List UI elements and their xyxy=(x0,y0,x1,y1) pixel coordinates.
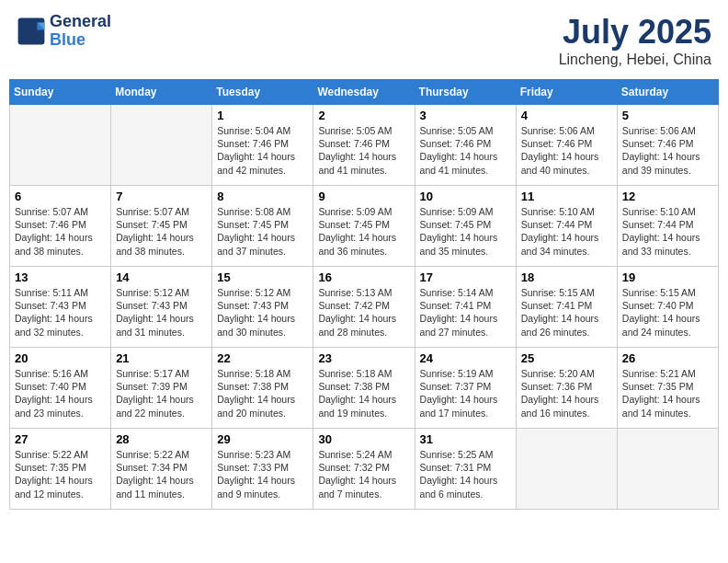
day-number: 6 xyxy=(15,190,106,203)
weekday-header: Tuesday xyxy=(212,80,313,105)
week-row: 1Sunrise: 5:04 AMSunset: 7:46 PMDaylight… xyxy=(10,105,719,186)
location-title: Lincheng, Hebei, China xyxy=(559,52,711,68)
weekday-header: Sunday xyxy=(10,80,111,105)
cell-details: Sunrise: 5:23 AMSunset: 7:33 PMDaylight:… xyxy=(217,448,308,500)
calendar-cell: 4Sunrise: 5:06 AMSunset: 7:46 PMDaylight… xyxy=(516,105,617,186)
cell-details: Sunrise: 5:22 AMSunset: 7:34 PMDaylight:… xyxy=(116,448,207,500)
week-row: 6Sunrise: 5:07 AMSunset: 7:46 PMDaylight… xyxy=(10,186,719,267)
cell-details: Sunrise: 5:15 AMSunset: 7:40 PMDaylight:… xyxy=(622,286,713,339)
cell-details: Sunrise: 5:15 AMSunset: 7:41 PMDaylight:… xyxy=(521,286,612,339)
calendar-cell: 15Sunrise: 5:12 AMSunset: 7:43 PMDayligh… xyxy=(212,267,313,348)
day-number: 1 xyxy=(217,109,308,122)
day-number: 5 xyxy=(622,109,713,122)
calendar-cell: 24Sunrise: 5:19 AMSunset: 7:37 PMDayligh… xyxy=(415,348,516,429)
week-row: 13Sunrise: 5:11 AMSunset: 7:43 PMDayligh… xyxy=(10,267,719,348)
cell-details: Sunrise: 5:05 AMSunset: 7:46 PMDaylight:… xyxy=(318,124,409,177)
day-number: 21 xyxy=(116,351,207,365)
day-number: 9 xyxy=(318,190,409,203)
day-number: 31 xyxy=(420,432,511,446)
day-number: 28 xyxy=(116,432,207,446)
cell-details: Sunrise: 5:08 AMSunset: 7:45 PMDaylight:… xyxy=(217,205,308,258)
week-row: 27Sunrise: 5:22 AMSunset: 7:35 PMDayligh… xyxy=(10,429,719,510)
day-number: 16 xyxy=(318,270,409,284)
weekday-header: Thursday xyxy=(415,80,516,105)
cell-details: Sunrise: 5:07 AMSunset: 7:46 PMDaylight:… xyxy=(15,205,106,258)
cell-details: Sunrise: 5:05 AMSunset: 7:46 PMDaylight:… xyxy=(420,124,511,177)
cell-details: Sunrise: 5:14 AMSunset: 7:41 PMDaylight:… xyxy=(420,286,511,339)
cell-details: Sunrise: 5:16 AMSunset: 7:40 PMDaylight:… xyxy=(15,367,106,419)
cell-details: Sunrise: 5:21 AMSunset: 7:35 PMDaylight:… xyxy=(622,367,713,419)
cell-details: Sunrise: 5:10 AMSunset: 7:44 PMDaylight:… xyxy=(521,205,612,258)
page-header: General Blue July 2025 Lincheng, Hebei, … xyxy=(9,9,719,72)
day-number: 30 xyxy=(318,432,409,446)
day-number: 4 xyxy=(521,109,612,122)
calendar-cell: 27Sunrise: 5:22 AMSunset: 7:35 PMDayligh… xyxy=(10,429,111,510)
cell-details: Sunrise: 5:24 AMSunset: 7:32 PMDaylight:… xyxy=(318,448,409,500)
day-number: 3 xyxy=(420,109,511,122)
svg-rect-0 xyxy=(18,17,45,44)
day-number: 27 xyxy=(15,432,106,446)
calendar-cell xyxy=(111,105,212,186)
week-row: 20Sunrise: 5:16 AMSunset: 7:40 PMDayligh… xyxy=(10,348,719,429)
logo-icon xyxy=(17,17,46,46)
calendar-cell: 22Sunrise: 5:18 AMSunset: 7:38 PMDayligh… xyxy=(212,348,313,429)
calendar-cell xyxy=(617,429,718,510)
day-number: 15 xyxy=(217,270,308,284)
logo: General Blue xyxy=(17,13,111,50)
weekday-header-row: SundayMondayTuesdayWednesdayThursdayFrid… xyxy=(10,80,719,105)
cell-details: Sunrise: 5:09 AMSunset: 7:45 PMDaylight:… xyxy=(318,205,409,258)
cell-details: Sunrise: 5:12 AMSunset: 7:43 PMDaylight:… xyxy=(217,286,308,339)
day-number: 12 xyxy=(622,190,713,203)
calendar-cell: 3Sunrise: 5:05 AMSunset: 7:46 PMDaylight… xyxy=(415,105,516,186)
day-number: 13 xyxy=(15,270,106,284)
day-number: 26 xyxy=(622,351,713,365)
calendar-cell: 7Sunrise: 5:07 AMSunset: 7:45 PMDaylight… xyxy=(111,186,212,267)
calendar-cell: 17Sunrise: 5:14 AMSunset: 7:41 PMDayligh… xyxy=(415,267,516,348)
calendar-cell: 23Sunrise: 5:18 AMSunset: 7:38 PMDayligh… xyxy=(313,348,415,429)
cell-details: Sunrise: 5:09 AMSunset: 7:45 PMDaylight:… xyxy=(420,205,511,258)
cell-details: Sunrise: 5:12 AMSunset: 7:43 PMDaylight:… xyxy=(116,286,207,339)
cell-details: Sunrise: 5:25 AMSunset: 7:31 PMDaylight:… xyxy=(420,448,511,500)
calendar-cell xyxy=(516,429,617,510)
cell-details: Sunrise: 5:19 AMSunset: 7:37 PMDaylight:… xyxy=(420,367,511,419)
calendar-cell: 20Sunrise: 5:16 AMSunset: 7:40 PMDayligh… xyxy=(10,348,111,429)
day-number: 11 xyxy=(521,190,612,203)
calendar-cell: 31Sunrise: 5:25 AMSunset: 7:31 PMDayligh… xyxy=(415,429,516,510)
cell-details: Sunrise: 5:22 AMSunset: 7:35 PMDaylight:… xyxy=(15,448,106,500)
day-number: 24 xyxy=(420,351,511,365)
day-number: 19 xyxy=(622,270,713,284)
cell-details: Sunrise: 5:04 AMSunset: 7:46 PMDaylight:… xyxy=(217,124,308,177)
day-number: 25 xyxy=(521,351,612,365)
day-number: 23 xyxy=(318,351,409,365)
cell-details: Sunrise: 5:18 AMSunset: 7:38 PMDaylight:… xyxy=(318,367,409,419)
calendar-cell: 28Sunrise: 5:22 AMSunset: 7:34 PMDayligh… xyxy=(111,429,212,510)
month-title: July 2025 xyxy=(559,13,711,52)
cell-details: Sunrise: 5:06 AMSunset: 7:46 PMDaylight:… xyxy=(521,124,612,177)
calendar-cell: 11Sunrise: 5:10 AMSunset: 7:44 PMDayligh… xyxy=(516,186,617,267)
calendar-cell xyxy=(10,105,111,186)
calendar-cell: 16Sunrise: 5:13 AMSunset: 7:42 PMDayligh… xyxy=(313,267,415,348)
calendar-cell: 5Sunrise: 5:06 AMSunset: 7:46 PMDaylight… xyxy=(617,105,718,186)
day-number: 10 xyxy=(420,190,511,203)
day-number: 8 xyxy=(217,190,308,203)
cell-details: Sunrise: 5:06 AMSunset: 7:46 PMDaylight:… xyxy=(622,124,713,177)
logo-text: General Blue xyxy=(50,13,111,50)
cell-details: Sunrise: 5:17 AMSunset: 7:39 PMDaylight:… xyxy=(116,367,207,419)
calendar-cell: 13Sunrise: 5:11 AMSunset: 7:43 PMDayligh… xyxy=(10,267,111,348)
day-number: 20 xyxy=(15,351,106,365)
calendar-cell: 14Sunrise: 5:12 AMSunset: 7:43 PMDayligh… xyxy=(111,267,212,348)
weekday-header: Saturday xyxy=(617,80,718,105)
day-number: 14 xyxy=(116,270,207,284)
calendar-cell: 21Sunrise: 5:17 AMSunset: 7:39 PMDayligh… xyxy=(111,348,212,429)
logo-line2: Blue xyxy=(50,31,111,50)
logo-line1: General xyxy=(50,13,111,31)
day-number: 7 xyxy=(116,190,207,203)
calendar-cell: 29Sunrise: 5:23 AMSunset: 7:33 PMDayligh… xyxy=(212,429,313,510)
calendar-cell: 30Sunrise: 5:24 AMSunset: 7:32 PMDayligh… xyxy=(313,429,415,510)
day-number: 2 xyxy=(318,109,409,122)
calendar-cell: 26Sunrise: 5:21 AMSunset: 7:35 PMDayligh… xyxy=(617,348,718,429)
weekday-header: Wednesday xyxy=(313,80,415,105)
weekday-header: Friday xyxy=(516,80,617,105)
day-number: 29 xyxy=(217,432,308,446)
cell-details: Sunrise: 5:13 AMSunset: 7:42 PMDaylight:… xyxy=(318,286,409,339)
